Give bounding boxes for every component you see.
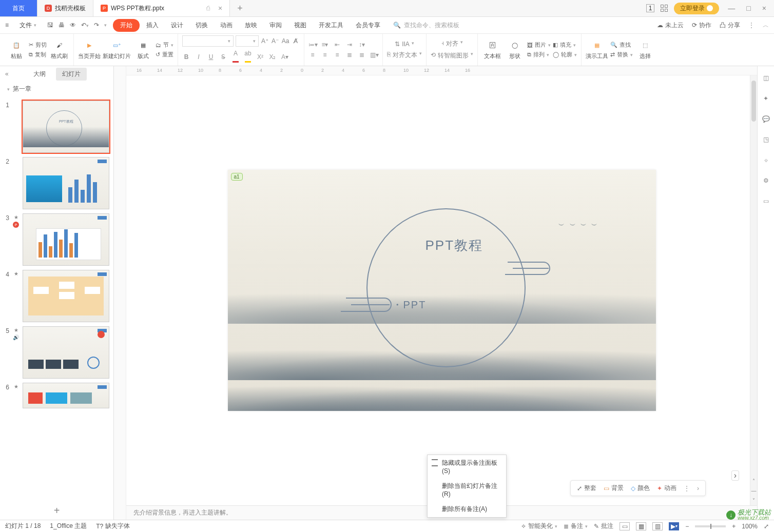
align-text-button[interactable]: ⎘对齐文本▾ xyxy=(387,51,422,60)
clear-format-icon[interactable]: A̸ xyxy=(292,37,300,45)
scroll-down-icon[interactable]: ˅ xyxy=(752,498,755,503)
background-button[interactable]: ▭背景 xyxy=(604,484,624,492)
file-menu[interactable]: 文件▾ xyxy=(14,18,42,32)
ribbon-tab-transition[interactable]: 切换 xyxy=(190,18,214,32)
coop-button[interactable]: ⟳协作 xyxy=(692,21,711,30)
from-current-button[interactable]: ▶ 当页开始 xyxy=(78,40,101,60)
rail-effects-icon[interactable]: ✦ xyxy=(761,94,770,103)
superscript-icon[interactable]: X² xyxy=(256,53,264,61)
chapter-row[interactable]: ▾ 第一章 xyxy=(0,82,113,96)
layout-number-icon[interactable]: 1 xyxy=(646,4,655,12)
whole-set-button[interactable]: ⤢整套 xyxy=(577,484,596,492)
line-spacing-icon[interactable]: ↕▾ xyxy=(358,41,366,48)
align-center-icon[interactable]: ≡ xyxy=(321,51,329,58)
reset-button[interactable]: ↺重置 xyxy=(156,51,173,58)
thumb-2[interactable] xyxy=(23,157,109,209)
login-button[interactable]: 立即登录 xyxy=(674,3,719,14)
font-size-select[interactable]: ▾ xyxy=(236,35,259,47)
text-direction-button[interactable]: ⇅IIA▾ xyxy=(395,41,414,48)
cloud-status[interactable]: ☁未上云 xyxy=(657,21,684,30)
ribbon-tab-member[interactable]: 会员专享 xyxy=(350,18,386,32)
thumb-row[interactable]: 1 PPT教程 xyxy=(0,98,113,155)
zoom-in-icon[interactable]: + xyxy=(732,523,736,530)
float-next-icon[interactable]: › xyxy=(697,485,699,492)
panel-tab-slides[interactable]: 幻灯片 xyxy=(56,68,87,81)
indent-inc-icon[interactable]: ⇥ xyxy=(345,41,354,48)
share-button[interactable]: 凸分享 xyxy=(720,21,740,30)
toggle-notes-panel[interactable]: 隐藏或显示备注面板(S) xyxy=(428,455,506,478)
ribbon-tab-design[interactable]: 设计 xyxy=(165,18,189,32)
float-more-icon[interactable]: ⋮ xyxy=(684,485,690,492)
thumb-row[interactable]: 4 ★ xyxy=(0,268,113,324)
ribbon-collapse-icon[interactable]: ︿ xyxy=(763,21,769,30)
missing-font[interactable]: T?缺失字体 xyxy=(96,522,130,530)
align-left-icon[interactable]: ≡ xyxy=(308,51,317,58)
tab-close-icon[interactable]: × xyxy=(218,4,222,12)
apps-grid-icon[interactable] xyxy=(661,5,668,12)
textbox-button[interactable]: 🄰文本框 xyxy=(482,40,502,60)
qat-dropdown-icon[interactable]: ▾ xyxy=(104,23,107,28)
bullets-icon[interactable]: ≔▾ xyxy=(308,41,317,48)
save-icon[interactable]: 🖫 xyxy=(47,22,53,29)
thumb-3[interactable] xyxy=(23,213,109,266)
thumb-row[interactable]: 2 xyxy=(0,155,113,211)
view-reading-icon[interactable]: ▥ xyxy=(652,522,663,530)
panel-collapse-icon[interactable]: « xyxy=(5,70,9,77)
view-sorter-icon[interactable]: ▦ xyxy=(636,522,646,530)
view-slideshow-icon[interactable]: ▶▾ xyxy=(669,522,679,530)
ribbon-tab-insert[interactable]: 插入 xyxy=(141,18,164,32)
convert-smart-button[interactable]: ⟲转智能图形▾ xyxy=(431,51,473,60)
select-button[interactable]: ⬚选择 xyxy=(635,40,655,60)
increase-font-icon[interactable]: A⁺ xyxy=(261,37,269,45)
delete-all-notes[interactable]: 删除所有备注(A) xyxy=(428,501,506,517)
new-slide-button[interactable]: ▭⁺ 新建幻灯片 xyxy=(103,40,131,60)
font-family-select[interactable]: ▾ xyxy=(182,35,234,47)
view-normal-icon[interactable]: ▭ xyxy=(620,522,630,530)
thumb-6[interactable] xyxy=(23,383,109,408)
paste-button[interactable]: 📋 粘贴 xyxy=(6,40,27,60)
thumb-row[interactable]: 5 ★🔊 xyxy=(0,324,113,381)
panel-tab-outline[interactable]: 大纲 xyxy=(27,68,52,81)
smart-beautify[interactable]: ✧智能美化▾ xyxy=(521,522,557,530)
slide-counter[interactable]: 幻灯片 1 / 18 xyxy=(5,522,41,530)
canvas-scroll-right-icon[interactable]: › xyxy=(731,470,739,481)
command-search[interactable]: 🔍 查找命令、搜索模板 xyxy=(393,21,459,30)
strike-icon[interactable]: S̶ xyxy=(219,53,227,61)
section-button[interactable]: 🗂节▾ xyxy=(156,41,173,49)
find-button[interactable]: 🔍查找 xyxy=(610,41,633,49)
rail-more-icon[interactable]: ▭ xyxy=(761,196,770,206)
ribbon-tab-devtools[interactable]: 开发工具 xyxy=(313,18,349,32)
scroll-thumb[interactable] xyxy=(751,81,756,122)
columns-icon[interactable]: ▥▾ xyxy=(370,51,378,58)
notes-toggle[interactable]: ≣备注▾ xyxy=(564,522,588,530)
align-justify-icon[interactable]: ≣ xyxy=(345,51,354,58)
distribute-icon[interactable]: ≣ xyxy=(358,51,366,58)
thumb-row[interactable]: 6 ★ xyxy=(0,381,113,411)
redo-icon[interactable]: ↷ xyxy=(94,22,99,29)
font-color-icon[interactable]: A xyxy=(231,50,240,64)
copy-button[interactable]: ⧉复制 xyxy=(29,51,47,58)
undo-icon[interactable]: ↶▾ xyxy=(81,22,89,29)
canvas-vscroll[interactable]: ˄—˅ xyxy=(750,75,757,505)
slide-canvas[interactable]: a1 PPT教程 ・PPT ︶ ︶ ︶ ︶ xyxy=(228,170,656,411)
theme-name[interactable]: 1_Office 主题 xyxy=(50,522,87,530)
rail-design-icon[interactable]: ◫ xyxy=(761,73,770,83)
preview-icon[interactable]: 👁 xyxy=(70,22,76,29)
window-close-icon[interactable]: × xyxy=(760,4,769,12)
bold-icon[interactable]: B xyxy=(182,53,190,61)
layout-button[interactable]: ▦ 版式 xyxy=(133,40,153,60)
align-objects-button[interactable]: ⫞对齐▾ xyxy=(441,40,463,48)
thumb-row[interactable]: 3 ★P xyxy=(0,211,113,268)
scroll-up-icon[interactable]: ˄ xyxy=(752,478,755,484)
thumb-5[interactable] xyxy=(23,326,109,379)
highlight-icon[interactable]: ab xyxy=(244,50,252,64)
tab-pin-icon[interactable]: ⎙ xyxy=(206,5,210,12)
color-button[interactable]: ◇颜色 xyxy=(631,484,650,492)
thumb-1[interactable]: PPT教程 xyxy=(23,101,109,153)
menu-icon[interactable]: ≡ xyxy=(5,22,9,29)
window-maximize-icon[interactable]: □ xyxy=(744,4,753,12)
rail-settings-icon[interactable]: ⚙ xyxy=(761,176,770,185)
tab-home[interactable]: 首页 xyxy=(0,0,37,16)
ribbon-tab-start[interactable]: 开始 xyxy=(113,19,140,32)
delete-current-note[interactable]: 删除当前幻灯片备注(R) xyxy=(428,478,506,501)
